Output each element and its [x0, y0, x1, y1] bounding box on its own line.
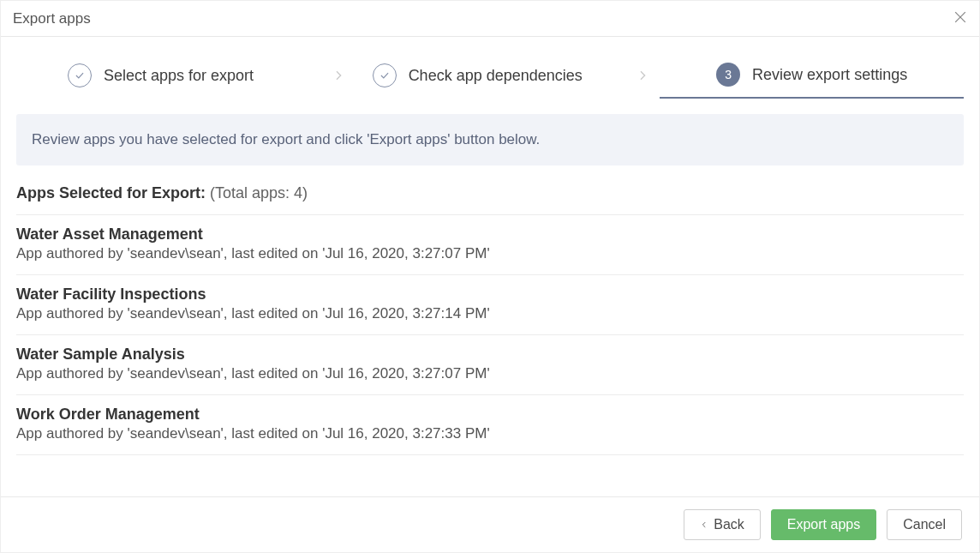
- cancel-button[interactable]: Cancel: [887, 509, 962, 540]
- chevron-left-icon: [700, 520, 708, 529]
- export-apps-button[interactable]: Export apps: [771, 509, 876, 540]
- step-review-settings[interactable]: 3 Review export settings: [660, 52, 964, 99]
- list-item: Work Order Management App authored by 's…: [16, 395, 964, 455]
- app-name: Work Order Management: [16, 406, 964, 424]
- checkmark-icon: [373, 63, 397, 87]
- section-title: Apps Selected for Export:: [16, 184, 206, 201]
- close-icon: [952, 9, 969, 26]
- app-meta: App authored by 'seandev\sean', last edi…: [16, 425, 964, 442]
- app-name: Water Asset Management: [16, 225, 964, 243]
- app-meta: App authored by 'seandev\sean', last edi…: [16, 245, 964, 262]
- close-button[interactable]: [952, 9, 969, 29]
- chevron-right-icon: [332, 69, 345, 82]
- dialog-title: Export apps: [13, 10, 91, 27]
- step-select-apps[interactable]: Select apps for export: [16, 52, 321, 99]
- wizard-steps: Select apps for export Check app depende…: [16, 52, 964, 99]
- list-item: Water Asset Management App authored by '…: [16, 215, 964, 275]
- section-count: (Total apps: 4): [210, 184, 308, 201]
- export-button-label: Export apps: [787, 517, 860, 532]
- dialog-footer: Back Export apps Cancel: [1, 496, 979, 552]
- app-meta: App authored by 'seandev\sean', last edi…: [16, 305, 964, 322]
- back-button-label: Back: [714, 517, 744, 532]
- checkmark-icon: [68, 63, 92, 87]
- step-label: Select apps for export: [104, 67, 254, 85]
- step-label: Check app dependencies: [409, 67, 583, 85]
- step-separator: [321, 52, 356, 99]
- cancel-button-label: Cancel: [903, 517, 946, 532]
- step-number-badge: 3: [716, 63, 740, 87]
- list-item: Water Sample Analysis App authored by 's…: [16, 335, 964, 395]
- chevron-right-icon: [636, 69, 649, 82]
- app-name: Water Facility Inspections: [16, 286, 964, 304]
- back-button[interactable]: Back: [684, 509, 761, 540]
- dialog-body: Select apps for export Check app depende…: [1, 37, 979, 496]
- section-header: Apps Selected for Export: (Total apps: 4…: [16, 181, 964, 202]
- app-name: Water Sample Analysis: [16, 346, 964, 364]
- app-list: Water Asset Management App authored by '…: [16, 214, 964, 455]
- list-item: Water Facility Inspections App authored …: [16, 275, 964, 335]
- app-meta: App authored by 'seandev\sean', last edi…: [16, 365, 964, 382]
- export-apps-dialog: Export apps Select apps for export: [0, 0, 980, 553]
- step-separator: [625, 52, 660, 99]
- step-label: Review export settings: [752, 66, 907, 84]
- dialog-titlebar: Export apps: [1, 1, 979, 37]
- step-check-dependencies[interactable]: Check app dependencies: [356, 52, 626, 99]
- info-message: Review apps you have selected for export…: [16, 114, 964, 165]
